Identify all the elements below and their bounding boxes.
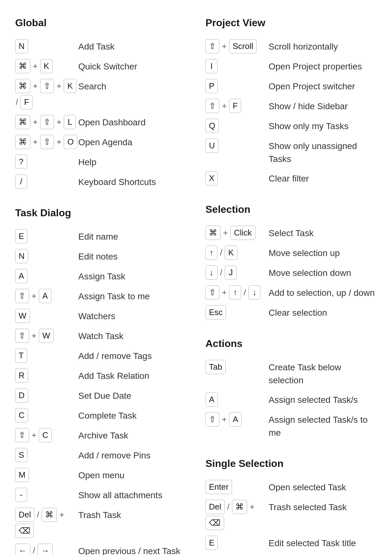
shortcut-row: C Complete Task — [15, 408, 187, 422]
desc: Show only unassigned Tasks — [269, 139, 377, 165]
key-down: ↓ — [248, 285, 260, 300]
shortcut-row: W Watchers — [15, 309, 187, 323]
keys-col: P — [205, 79, 269, 93]
shortcut-row: ⇧ + ↑ / ↓ Add to selection, up / down — [205, 285, 377, 300]
desc: Watch Task — [78, 329, 187, 343]
key-j: J — [225, 266, 237, 280]
keys-col: M — [15, 468, 78, 482]
key-tab: Tab — [205, 360, 226, 374]
key-cmd: ⌘ — [15, 79, 30, 93]
keys-col: ⌘ + ⇧ + O — [15, 135, 78, 149]
desc: Add to selection, up / down — [269, 285, 377, 300]
desc: Open selected Task — [269, 480, 377, 494]
shortcut-row: Enter Open selected Task — [205, 480, 377, 494]
key-shift: ⇧ — [40, 79, 54, 93]
key-up: ↑ — [205, 246, 217, 260]
shortcut-row: / Keyboard Shortcuts — [15, 175, 187, 189]
shortcut-row: ⇧ + Scroll Scroll horizontally — [205, 39, 377, 53]
key-i: I — [205, 59, 217, 73]
key-shift: ⇧ — [40, 115, 54, 129]
desc: Trash Task — [78, 508, 187, 522]
desc: Add Task Relation — [78, 368, 187, 383]
shortcut-row: ⇧ + A Assign selected Task/s to me — [205, 412, 377, 439]
desc: Move selection up — [269, 246, 377, 260]
key-w: W — [39, 329, 54, 343]
desc: Assign selected Task/s to me — [269, 412, 377, 439]
key-d: D — [15, 388, 28, 403]
key-sep: / — [32, 545, 36, 555]
desc: Edit notes — [78, 249, 187, 263]
key-l: L — [64, 115, 76, 129]
key-sep: + — [32, 60, 38, 72]
global-section: Global N Add Task ⌘ + K Quick Switcher ⌘ — [15, 15, 187, 189]
shortcut-row: E Edit name — [15, 229, 187, 243]
desc: Trash selected Task — [269, 500, 377, 514]
key-scroll: Scroll — [229, 39, 257, 53]
key-sep: + — [31, 429, 37, 441]
shortcut-row: P Open Project switcher — [205, 79, 377, 93]
key-shift: ⇧ — [15, 289, 29, 303]
key-sep: + — [32, 136, 38, 148]
desc: Assign Task — [78, 269, 187, 283]
key-sep: + — [56, 136, 62, 148]
shortcut-row: X Clear filter — [205, 171, 377, 185]
key-sep: / — [219, 266, 223, 279]
single-selection-section: Single Selection Enter Open selected Tas… — [205, 456, 377, 555]
keys-col: R — [15, 368, 78, 383]
keys-col: C — [15, 408, 78, 422]
desc: Assign selected Task/s — [269, 392, 377, 407]
key-n: N — [15, 249, 28, 263]
keys-col: U — [205, 139, 269, 153]
keys-col: ⌘ + ⇧ + K / F — [15, 79, 78, 109]
actions-section: Actions Tab Create Task below selection … — [205, 336, 377, 439]
desc: Show only my Tasks — [269, 119, 377, 133]
key-cmd: ⌘ — [15, 135, 30, 149]
key-n: N — [15, 39, 28, 53]
shortcut-row: R Add Task Relation — [15, 368, 187, 383]
keys-col: ⇧ + Scroll — [205, 39, 269, 53]
key-shift: ⇧ — [205, 285, 219, 300]
key-sep: + — [223, 227, 229, 239]
key-c: C — [15, 408, 28, 422]
key-shift: ⇧ — [205, 412, 219, 427]
desc: Assign Task to me — [78, 289, 187, 303]
shortcut-row: ⌘ + K Quick Switcher — [15, 59, 187, 73]
keys-col: S — [15, 448, 78, 462]
selection-title: Selection — [205, 202, 377, 217]
key-backspace: ⌫ — [205, 516, 224, 530]
desc: Help — [78, 155, 187, 169]
project-view-section: Project View ⇧ + Scroll Scroll horizonta… — [205, 15, 377, 185]
key-t: T — [15, 349, 27, 363]
key-e: E — [15, 229, 27, 243]
key-cmd: ⌘ — [42, 508, 57, 522]
keys-col: ↓ / J — [205, 266, 269, 280]
key-q: Q — [205, 119, 219, 133]
desc: Add / remove Pins — [78, 448, 187, 462]
key-a: A — [39, 289, 51, 303]
shortcut-row: ← / → Open previous / next Task — [15, 544, 187, 555]
keys-col: A — [205, 392, 269, 407]
key-p: P — [205, 79, 218, 93]
key-k: K — [40, 59, 52, 73]
key-minus: - — [15, 488, 27, 502]
keys-col: ⇧ + F — [205, 99, 269, 113]
desc: Set Due Date — [78, 388, 187, 403]
shortcut-row: D Set Due Date — [15, 388, 187, 403]
desc: Complete Task — [78, 408, 187, 422]
key-enter: Enter — [205, 480, 232, 494]
desc: Open Agenda — [78, 135, 187, 149]
desc: Open previous / next Task — [78, 544, 187, 555]
key-cmd: ⌘ — [205, 226, 221, 240]
desc: Open menu — [78, 468, 187, 482]
keys-col: Del / ⌘ + ⌫ — [205, 500, 269, 530]
key-del: Del — [15, 508, 34, 522]
key-e: E — [205, 536, 218, 550]
keys-col: ⌘ + ⇧ + L — [15, 115, 78, 129]
keys-col: E — [205, 536, 269, 550]
shortcut-row: ↑ / K Move selection up — [205, 246, 377, 260]
key-f: F — [229, 99, 241, 113]
key-up: ↑ — [229, 285, 241, 300]
key-a: A — [229, 412, 241, 427]
shortcut-row: M Open menu — [15, 468, 187, 482]
key-sep: / — [15, 96, 19, 108]
